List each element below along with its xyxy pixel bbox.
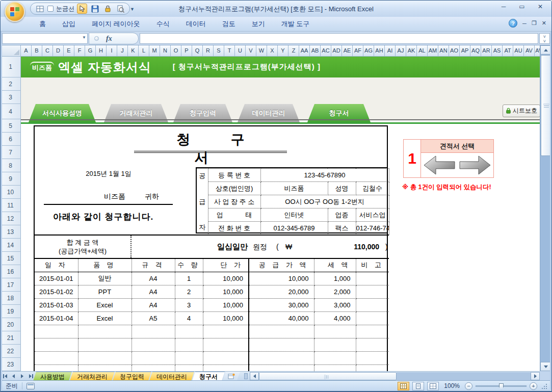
item-cell[interactable]: [249, 338, 314, 351]
column-header-Q[interactable]: Q: [192, 45, 203, 56]
item-cell[interactable]: [132, 338, 175, 351]
row-header-18[interactable]: 18: [1, 292, 21, 305]
column-header-N[interactable]: N: [160, 45, 171, 56]
ribbon-tab-0[interactable]: 홈: [31, 17, 54, 32]
row-header-17[interactable]: 17: [1, 278, 21, 292]
item-cell[interactable]: 4: [175, 311, 203, 325]
row-header-12[interactable]: 12: [1, 212, 21, 225]
column-header-AB[interactable]: AB: [310, 45, 321, 56]
item-cell[interactable]: 2: [175, 285, 203, 298]
column-header-AT[interactable]: AT: [503, 45, 513, 56]
column-header-AO[interactable]: AO: [449, 45, 460, 56]
ribbon-tab-2[interactable]: 페이지 레이아웃: [84, 17, 148, 32]
column-header-M[interactable]: M: [149, 45, 160, 56]
zoom-slider-thumb[interactable]: [499, 383, 504, 390]
sheet-tab-clients[interactable]: 거래처관리: [70, 372, 115, 381]
supplier-value[interactable]: 서비스업: [356, 208, 389, 222]
row-header-22[interactable]: 22: [1, 345, 21, 358]
supplier-value[interactable]: 012-345-6789: [260, 222, 328, 235]
item-cell[interactable]: 40,000: [249, 311, 314, 325]
column-header-AV[interactable]: AV: [524, 45, 535, 56]
column-header-I[interactable]: I: [107, 45, 117, 56]
column-header-F[interactable]: F: [74, 45, 85, 56]
ribbon-tab-6[interactable]: 보기: [244, 17, 273, 32]
item-cell[interactable]: [35, 338, 78, 351]
item-cell[interactable]: [356, 338, 389, 351]
column-header-AF[interactable]: AF: [353, 45, 363, 56]
item-cell[interactable]: [356, 325, 389, 338]
row-header-3[interactable]: 3: [1, 91, 21, 104]
column-header-P[interactable]: P: [181, 45, 192, 56]
column-header-A[interactable]: A: [21, 45, 32, 56]
item-cell[interactable]: 1,000: [314, 272, 356, 285]
item-cell[interactable]: [356, 298, 389, 311]
item-cell[interactable]: [78, 364, 132, 371]
item-cell[interactable]: Excel: [78, 311, 132, 325]
supplier-value[interactable]: 123-45-67890: [260, 169, 389, 182]
sheet-protect-button[interactable]: 시트보호: [503, 104, 540, 117]
sheet-tab-data-management[interactable]: 데이터관리: [149, 372, 194, 381]
row-header-21[interactable]: 21: [1, 331, 21, 345]
column-header-AR[interactable]: AR: [481, 45, 492, 56]
workbook-restore-icon[interactable]: ❐: [532, 20, 537, 27]
item-cell[interactable]: [132, 364, 175, 371]
sheet-tab-invoice[interactable]: 청구서: [192, 372, 225, 381]
item-cell[interactable]: [203, 351, 249, 364]
zoom-slider[interactable]: [476, 385, 527, 387]
invoice-date[interactable]: 2015년 1월 1일: [65, 169, 152, 178]
item-cell[interactable]: [175, 364, 203, 371]
page-layout-view-icon[interactable]: [412, 382, 424, 390]
supplier-value[interactable]: 인터넷: [260, 208, 328, 222]
vertical-scrollbar-thumb[interactable]: [541, 55, 551, 156]
column-header-W[interactable]: W: [256, 45, 267, 56]
item-cell[interactable]: 2015-01-03: [35, 298, 78, 311]
column-header-AP[interactable]: AP: [460, 45, 470, 56]
amount-number[interactable]: 110,000: [323, 243, 379, 251]
row-header-5[interactable]: 5: [1, 119, 21, 133]
select-all-corner[interactable]: [1, 45, 21, 57]
column-header-Z[interactable]: Z: [288, 45, 299, 56]
item-cell[interactable]: 2015-01-01: [35, 272, 78, 285]
item-cell[interactable]: 3,000: [314, 298, 356, 311]
row-header-1[interactable]: 1: [1, 57, 21, 77]
tab-scroll-splitter[interactable]: [244, 373, 248, 379]
macro-record-icon[interactable]: [27, 383, 35, 389]
item-cell[interactable]: [132, 351, 175, 364]
horizontal-scrollbar-track[interactable]: [397, 372, 531, 380]
ribbon-tab-7[interactable]: 개발 도구: [273, 17, 318, 32]
column-header-AH[interactable]: AH: [374, 45, 385, 56]
insert-function-button[interactable]: fx: [89, 33, 139, 44]
item-cell[interactable]: [35, 325, 78, 338]
ribbon-tab-1[interactable]: 삽입: [54, 17, 84, 32]
column-header-AD[interactable]: AD: [331, 45, 342, 56]
column-header-G[interactable]: G: [85, 45, 96, 56]
name-box-dropdown-icon[interactable]: ▼: [82, 35, 86, 40]
previous-sheet-icon[interactable]: [9, 372, 18, 380]
sheet-tab-usage[interactable]: 사용방법: [33, 372, 72, 381]
column-header-AC[interactable]: AC: [321, 45, 331, 56]
ribbon-tab-4[interactable]: 데이터: [178, 17, 214, 32]
row-header-2[interactable]: 2: [1, 77, 21, 91]
minimize-icon[interactable]: ─: [497, 3, 510, 10]
item-cell[interactable]: [78, 351, 132, 364]
supplier-value[interactable]: 비즈폼: [260, 182, 328, 195]
row-header-11[interactable]: 11: [1, 199, 21, 212]
item-cell[interactable]: [175, 338, 203, 351]
item-cell[interactable]: [356, 272, 389, 285]
column-header-AM[interactable]: AM: [428, 45, 438, 56]
item-cell[interactable]: 2015-01-04: [35, 311, 78, 325]
item-cell[interactable]: [78, 338, 132, 351]
row-header-15[interactable]: 15: [1, 252, 21, 265]
item-cell[interactable]: [249, 325, 314, 338]
supplier-value[interactable]: 김철수: [356, 182, 389, 195]
supplier-value[interactable]: OO시 OO구 OO동 1-2번지: [260, 195, 389, 208]
close-icon[interactable]: ✕: [534, 3, 546, 10]
scroll-right-icon[interactable]: [531, 372, 540, 380]
recipient-name[interactable]: 비즈폼: [104, 192, 125, 201]
column-header-AG[interactable]: AG: [363, 45, 374, 56]
item-cell[interactable]: 10,000: [203, 272, 249, 285]
previous-arrow-button[interactable]: [424, 155, 455, 175]
formula-expand-icon[interactable]: ˅˅: [539, 33, 550, 44]
item-cell[interactable]: [314, 338, 356, 351]
column-header-AJ[interactable]: AJ: [396, 45, 406, 56]
